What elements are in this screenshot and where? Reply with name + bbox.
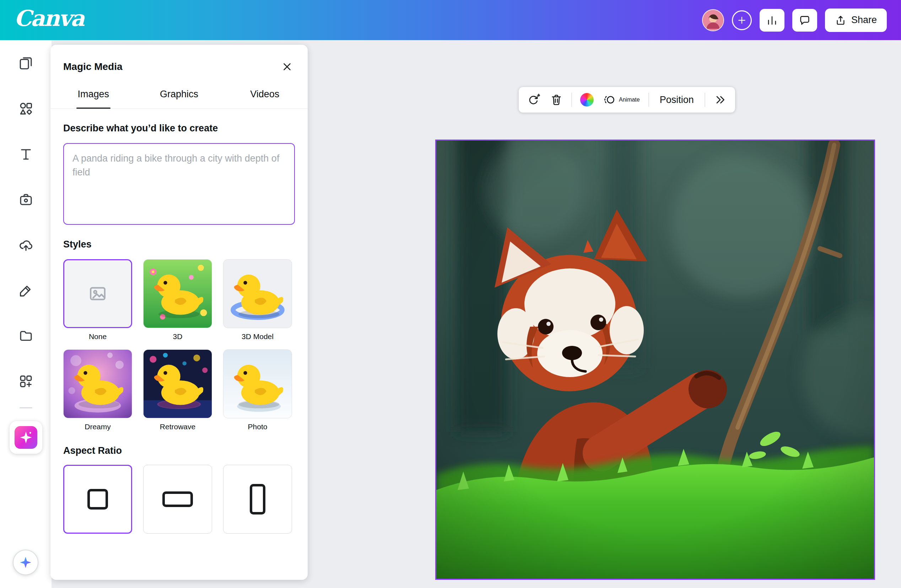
double-chevron-right-icon — [714, 93, 726, 106]
sidebar-item-brand[interactable] — [13, 187, 39, 213]
color-wheel-icon — [580, 93, 594, 107]
regenerate-icon — [527, 93, 540, 106]
tab-videos[interactable]: Videos — [222, 84, 308, 108]
canva-logo[interactable]: Canva — [14, 8, 84, 33]
tab-graphics[interactable]: Graphics — [136, 84, 222, 108]
panel-header: Magic Media — [50, 45, 308, 84]
magic-media-tile — [14, 426, 37, 449]
panel-tabs: Images Graphics Videos — [50, 84, 308, 109]
share-button[interactable]: Share — [825, 9, 887, 32]
canva-assistant-button[interactable] — [13, 550, 38, 575]
style-label: Dreamy — [84, 423, 111, 431]
brand-icon — [19, 192, 33, 207]
pen-icon — [19, 283, 33, 298]
style-label: 3D Model — [242, 332, 274, 341]
sidebar-item-design[interactable] — [13, 50, 39, 76]
toolbar-divider — [705, 93, 705, 107]
style-thumb-dreamy — [63, 349, 132, 418]
animate-label: Animate — [619, 96, 640, 103]
folder-icon — [19, 328, 33, 343]
style-option-none[interactable]: None — [63, 259, 132, 341]
style-thumb-retrowave — [143, 349, 212, 418]
close-icon — [281, 61, 293, 73]
sidebar-item-text[interactable] — [13, 141, 39, 167]
styles-heading: Styles — [63, 239, 295, 250]
elements-icon — [19, 101, 33, 116]
sidebar-item-uploads[interactable] — [13, 232, 39, 258]
style-thumb-photo — [223, 349, 292, 418]
sidebar — [0, 40, 51, 588]
aspect-ratio-heading: Aspect Ratio — [63, 445, 295, 456]
delete-button[interactable] — [546, 90, 566, 110]
style-thumb-3d — [143, 259, 212, 328]
trash-icon — [550, 93, 563, 106]
topbar-actions: Share — [702, 9, 887, 32]
style-option-3d-model[interactable]: 3D Model — [223, 259, 292, 341]
describe-heading: Describe what you’d like to create — [63, 123, 295, 134]
landscape-ratio-icon — [162, 492, 193, 507]
sidebar-item-elements[interactable] — [13, 95, 39, 122]
magic-sparkle-icon — [19, 430, 33, 445]
share-icon — [835, 14, 846, 26]
selected-generated-image[interactable] — [435, 140, 875, 580]
assistant-sparkle-icon — [19, 555, 33, 569]
create-new-button[interactable] — [732, 10, 752, 30]
sidebar-item-draw[interactable] — [13, 277, 39, 303]
text-icon — [19, 147, 33, 162]
styles-grid: None 3D — [63, 259, 295, 431]
style-thumb-none — [63, 259, 132, 328]
aspect-ratio-options — [63, 465, 295, 534]
animate-button[interactable]: Animate — [600, 94, 644, 106]
style-option-dreamy[interactable]: Dreamy — [63, 349, 132, 431]
aspect-option-square[interactable] — [63, 465, 132, 534]
style-thumb-3d-model — [223, 259, 292, 328]
share-button-label: Share — [851, 14, 877, 26]
style-label: Retrowave — [160, 423, 195, 431]
style-label: 3D — [173, 332, 182, 341]
magic-media-panel: Magic Media Images Graphics Videos Descr… — [50, 45, 308, 580]
bar-chart-icon — [766, 14, 778, 26]
cloud-upload-icon — [19, 238, 33, 252]
more-options-button[interactable] — [710, 90, 730, 110]
aspect-option-portrait[interactable] — [223, 465, 292, 534]
aspect-option-landscape[interactable] — [143, 465, 212, 534]
prompt-input[interactable] — [63, 143, 295, 225]
user-avatar[interactable] — [702, 9, 724, 31]
animate-icon — [603, 94, 615, 106]
style-option-photo[interactable]: Photo — [223, 349, 292, 431]
color-button[interactable] — [577, 90, 597, 110]
red-panda-image — [436, 141, 874, 579]
square-ratio-icon — [87, 489, 108, 510]
object-toolbar: Animate Position — [519, 87, 735, 112]
image-placeholder-icon — [64, 260, 131, 327]
chat-bubble-icon — [799, 14, 811, 26]
style-option-3d[interactable]: 3D — [143, 259, 212, 341]
position-button[interactable]: Position — [654, 95, 700, 106]
tab-images[interactable]: Images — [50, 84, 136, 108]
top-bar: Canva Share — [0, 0, 901, 40]
close-panel-button[interactable] — [279, 59, 295, 75]
insights-button[interactable] — [759, 9, 784, 32]
sidebar-item-apps[interactable] — [13, 368, 39, 395]
sidebar-item-magic-media[interactable] — [9, 421, 42, 454]
design-icon — [19, 56, 33, 71]
style-label: None — [89, 332, 107, 341]
toolbar-divider — [571, 93, 572, 107]
regenerate-button[interactable] — [524, 90, 544, 110]
comments-button[interactable] — [792, 9, 817, 32]
sidebar-item-projects[interactable] — [13, 323, 39, 349]
toolbar-divider — [648, 93, 649, 107]
portrait-ratio-icon — [250, 484, 265, 515]
style-option-retrowave[interactable]: Retrowave — [143, 349, 212, 431]
apps-grid-icon — [19, 374, 33, 389]
style-label: Photo — [248, 423, 268, 431]
panel-title: Magic Media — [63, 61, 122, 72]
sidebar-divider — [20, 407, 32, 408]
